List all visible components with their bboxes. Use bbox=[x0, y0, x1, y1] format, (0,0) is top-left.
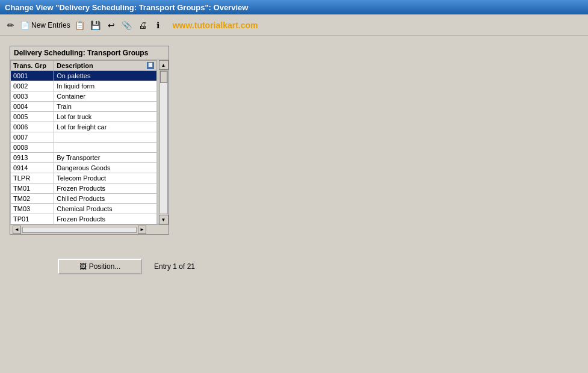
table-row[interactable]: 0004Train bbox=[11, 102, 157, 112]
table-row[interactable]: 0003Container bbox=[11, 91, 157, 102]
cell-trans-grp: 0001 bbox=[11, 71, 54, 81]
cell-description: Lot for truck bbox=[54, 112, 157, 122]
position-button[interactable]: 🖼 Position... bbox=[58, 259, 142, 274]
bottom-area: 🖼 Position... Entry 1 of 21 bbox=[10, 259, 195, 274]
new-icon: 📄 bbox=[20, 21, 29, 29]
new-entries-button[interactable]: 📄 New Entries bbox=[20, 21, 70, 29]
cell-description: In liquid form bbox=[54, 81, 157, 91]
cell-trans-grp: 0006 bbox=[11, 122, 54, 132]
scroll-thumb[interactable] bbox=[160, 71, 167, 83]
vertical-scrollbar[interactable]: ▲ ▼ bbox=[158, 60, 169, 224]
data-table: Trans. Grp Description ▦ 0001On palettes bbox=[10, 60, 157, 224]
table-row[interactable]: 0005Lot for truck bbox=[11, 112, 157, 122]
table-row[interactable]: 0007 bbox=[11, 132, 157, 143]
table-row[interactable]: 0002In liquid form bbox=[11, 81, 157, 91]
cell-trans-grp: TM02 bbox=[11, 194, 54, 204]
title-text: Change View "Delivery Scheduling: Transp… bbox=[5, 3, 248, 12]
save-icon[interactable]: 💾 bbox=[90, 19, 102, 31]
cell-description: Container bbox=[54, 91, 157, 102]
cell-description: Dangerous Goods bbox=[54, 163, 157, 173]
table-row[interactable]: 0914Dangerous Goods bbox=[11, 163, 157, 173]
cell-description: Frozen Products bbox=[54, 183, 157, 194]
watermark: www.tutorialkart.com bbox=[173, 20, 258, 30]
cell-trans-grp: 0913 bbox=[11, 153, 54, 163]
pencil-icon[interactable]: ✏ bbox=[5, 19, 17, 31]
info-icon[interactable]: ℹ bbox=[152, 19, 164, 31]
cell-description: By Transporter bbox=[54, 153, 157, 163]
scroll-track[interactable] bbox=[159, 70, 168, 214]
cell-description: Frozen Products bbox=[54, 214, 157, 224]
table-row[interactable]: TM02Chilled Products bbox=[11, 194, 157, 204]
cell-trans-grp: 0002 bbox=[11, 81, 54, 91]
cell-description: Lot for freight car bbox=[54, 122, 157, 132]
cell-trans-grp: 0008 bbox=[11, 143, 54, 153]
cell-description: On palettes bbox=[54, 71, 157, 81]
title-bar: Change View "Delivery Scheduling: Transp… bbox=[0, 0, 588, 14]
copy-icon[interactable]: 📋 bbox=[74, 19, 86, 31]
scroll-down-button[interactable]: ▼ bbox=[159, 215, 169, 224]
cell-description: Chilled Products bbox=[54, 194, 157, 204]
cell-trans-grp: 0007 bbox=[11, 132, 54, 143]
table-row[interactable]: TM03Chemical Products bbox=[11, 204, 157, 214]
scroll-left-button[interactable]: ◄ bbox=[13, 226, 21, 234]
horizontal-scrollbar[interactable]: ◄ ► bbox=[10, 224, 169, 234]
cell-trans-grp: TLPR bbox=[11, 173, 54, 183]
table-body: 0001On palettes0002In liquid form0003Con… bbox=[11, 71, 157, 224]
cell-description: Train bbox=[54, 102, 157, 112]
main-content: Delivery Scheduling: Transport Groups Tr… bbox=[0, 36, 588, 373]
table-row[interactable]: TLPRTelecom Product bbox=[11, 173, 157, 183]
table-row[interactable]: 0006Lot for freight car bbox=[11, 122, 157, 132]
table-wrapper: Trans. Grp Description ▦ 0001On palettes bbox=[10, 60, 169, 224]
table-row[interactable]: 0008 bbox=[11, 143, 157, 153]
entry-info: Entry 1 of 21 bbox=[154, 262, 195, 271]
table-container: Delivery Scheduling: Transport Groups Tr… bbox=[10, 46, 169, 235]
cell-trans-grp: TP01 bbox=[11, 214, 54, 224]
table-row[interactable]: TM01Frozen Products bbox=[11, 183, 157, 194]
cell-trans-grp: 0914 bbox=[11, 163, 54, 173]
table-row[interactable]: TP01Frozen Products bbox=[11, 214, 157, 224]
cell-trans-grp: 0003 bbox=[11, 91, 54, 102]
undo-icon[interactable]: ↩ bbox=[105, 19, 117, 31]
table-title: Delivery Scheduling: Transport Groups bbox=[10, 46, 169, 60]
position-icon: 🖼 bbox=[79, 262, 87, 271]
toolbar: ✏ 📄 New Entries 📋 💾 ↩ 📎 🖨 ℹ www.tutorial… bbox=[0, 14, 588, 36]
col-header-trans-grp: Trans. Grp bbox=[11, 61, 54, 71]
col-header-description: Description ▦ bbox=[54, 61, 157, 71]
cell-description: Telecom Product bbox=[54, 173, 157, 183]
cell-description: Chemical Products bbox=[54, 204, 157, 214]
table-row[interactable]: 0001On palettes bbox=[11, 71, 157, 81]
position-label: Position... bbox=[89, 262, 121, 271]
cell-description bbox=[54, 143, 157, 153]
cell-description bbox=[54, 132, 157, 143]
table-row[interactable]: 0913By Transporter bbox=[11, 153, 157, 163]
scroll-right-button[interactable]: ► bbox=[138, 226, 146, 234]
cell-trans-grp: 0004 bbox=[11, 102, 54, 112]
cell-trans-grp: TM01 bbox=[11, 183, 54, 194]
new-entries-label: New Entries bbox=[31, 21, 70, 29]
cell-trans-grp: 0005 bbox=[11, 112, 54, 122]
cell-trans-grp: TM03 bbox=[11, 204, 54, 214]
scroll-up-button[interactable]: ▲ bbox=[159, 60, 169, 70]
col-resize-icon[interactable]: ▦ bbox=[147, 62, 154, 69]
print-icon[interactable]: 🖨 bbox=[137, 19, 149, 31]
nav-icon[interactable]: 📎 bbox=[121, 19, 133, 31]
